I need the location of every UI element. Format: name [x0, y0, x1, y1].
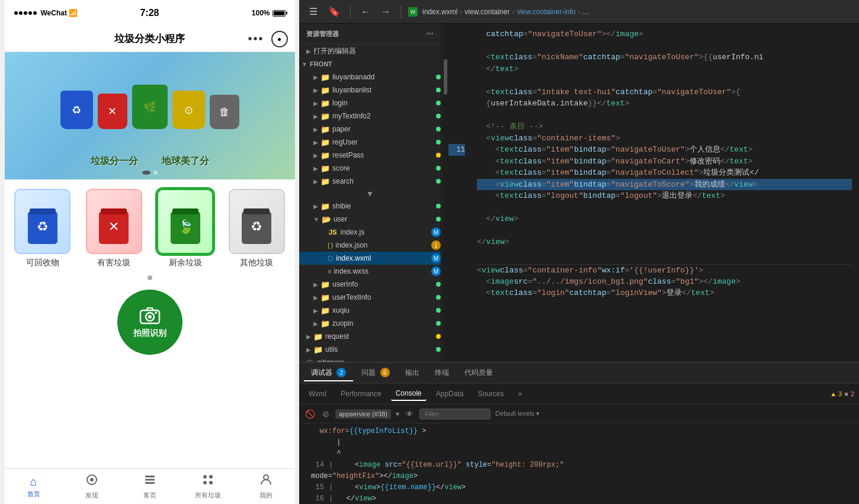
signal-dot-1 — [14, 11, 18, 15]
breadcrumb-container-info[interactable]: view.container-info — [517, 8, 575, 16]
folder-userinfo[interactable]: ▶ 📁 userInfo — [299, 278, 441, 291]
folder-score[interactable]: ▶ 📁 score — [299, 162, 441, 175]
nav-discover-label: 发现 — [85, 491, 98, 500]
sub-tab-sources[interactable]: Sources — [473, 387, 508, 400]
tab-output[interactable]: 输出 — [398, 365, 427, 381]
nav-page[interactable]: 客页 — [121, 473, 179, 500]
menu-icon[interactable]: ☰ — [306, 5, 320, 18]
forward-button[interactable]: → — [378, 5, 393, 18]
folder-shibie[interactable]: ▶ 📁 shibie — [299, 200, 441, 213]
console-pipe-7: | — [329, 494, 333, 504]
folder-user[interactable]: ▼ 📂 user — [299, 213, 441, 226]
battery-icon — [273, 10, 286, 17]
sub-tab-performance-label: Performance — [341, 390, 382, 398]
folder-usertextinfo[interactable]: ▶ 📁 userTextInfo — [299, 291, 441, 304]
file-index-wxss[interactable]: ≡ index.wxss M — [299, 265, 441, 278]
console-clear-button[interactable]: 🚫 — [304, 408, 316, 420]
nav-profile[interactable]: 我的 — [237, 473, 295, 500]
tree-scroll-down[interactable]: ▼ — [299, 188, 441, 200]
folder-search[interactable]: ▶ 📁 search — [299, 175, 441, 188]
file-index-js[interactable]: JS index.js M — [299, 226, 441, 239]
red-bin: ✕ — [98, 94, 127, 129]
phone-panel: WeChat 📶 7:28 100% 垃圾分类小程序 ••• ● — [0, 0, 299, 504]
svg-text:♻: ♻ — [251, 219, 262, 234]
phone-frame: WeChat 📶 7:28 100% 垃圾分类小程序 ••• ● — [5, 0, 295, 504]
console-pipe-6: | — [329, 483, 333, 493]
tab-problems[interactable]: 问题 6 — [354, 365, 396, 381]
category-kitchen[interactable]: 🍃 厨余垃圾 — [152, 189, 219, 268]
json-file-icon: { } — [328, 242, 333, 249]
index-wxml-badge: M — [431, 253, 441, 263]
more-options-button[interactable]: ••• — [248, 32, 264, 46]
eye-button[interactable]: 👁 — [404, 408, 415, 420]
svg-rect-10 — [243, 208, 270, 214]
tab-code-quality[interactable]: 代码质量 — [457, 365, 500, 381]
waste-categories: ♻ 可回收物 ✕ 有害垃圾 — [5, 179, 295, 273]
request-arrow: ▶ — [306, 333, 311, 340]
category-other[interactable]: ♻ 其他垃圾 — [223, 189, 290, 268]
folder-utils[interactable]: ▶ 📁 utils — [299, 343, 441, 356]
tab-output-label: 输出 — [405, 368, 419, 377]
file-gitignore[interactable]: ⬡ .gitignore — [299, 356, 441, 362]
appservice-selector[interactable]: appservice (#38) — [335, 409, 391, 419]
code-line-20 — [477, 248, 852, 260]
console-stop-button[interactable]: ⊘ — [321, 408, 331, 420]
back-button[interactable]: ← — [358, 5, 373, 18]
camera-button[interactable]: 拍照识别 — [117, 290, 182, 355]
folder-login[interactable]: ▶ 📁 login — [299, 97, 441, 110]
default-levels-selector[interactable]: Default levels ▾ — [495, 410, 540, 418]
tab-terminal[interactable]: 终端 — [428, 365, 456, 381]
svg-rect-1 — [30, 208, 56, 214]
folder-request[interactable]: ▶ 📁 request — [299, 330, 441, 343]
nav-home[interactable]: ⌂ 首页 — [5, 475, 63, 499]
code-span: catchtap — [477, 28, 523, 40]
user-arrow: ▼ — [313, 216, 319, 223]
console-text-2: | — [311, 438, 341, 448]
svg-point-23 — [203, 481, 207, 484]
code-line-9: <!-- 条目 --> — [477, 121, 852, 133]
folder-resetpass[interactable]: ▶ 📁 resetPass — [299, 149, 441, 162]
userinfo-status — [436, 282, 441, 287]
record-button[interactable]: ● — [271, 31, 288, 47]
sub-tab-wxml[interactable]: Wxml — [304, 387, 331, 400]
nav-all-waste[interactable]: 所有垃圾 — [179, 473, 237, 500]
category-hazardous[interactable]: ✕ 有害垃圾 — [81, 189, 148, 268]
folder-xuqiu[interactable]: ▶ 📁 xuqiu — [299, 304, 441, 317]
status-time: 7:28 — [140, 8, 159, 18]
folder-reguser[interactable]: ▶ 📁 regUser — [299, 136, 441, 149]
liuyanbanadd-arrow: ▶ — [313, 74, 318, 81]
folder-zuopin[interactable]: ▶ 📁 zuopin — [299, 317, 441, 330]
tree-scrollbar[interactable] — [441, 24, 448, 362]
sub-tab-appdata[interactable]: AppData — [431, 387, 469, 400]
front-section[interactable]: ▼ FRONT — [299, 57, 441, 70]
folder-paper[interactable]: ▶ 📁 paper — [299, 123, 441, 136]
folder-liuyanbanlist[interactable]: ▶ 📁 liuyanbanlist — [299, 84, 441, 97]
search-label: search — [332, 177, 354, 185]
file-index-wxml[interactable]: ⬡ index.wxml M — [299, 252, 441, 265]
category-recyclable[interactable]: ♻ 可回收物 — [9, 189, 76, 268]
file-tree-menu[interactable]: ··· — [426, 28, 434, 39]
file-index-json[interactable]: { } index.json 1 — [299, 239, 441, 252]
sub-tab-console[interactable]: Console — [391, 387, 427, 401]
breadcrumb-file[interactable]: index.wxml — [422, 8, 457, 16]
folder-mytextinfo2[interactable]: ▶ 📁 myTextInfo2 — [299, 110, 441, 123]
signal-dot-4 — [28, 11, 32, 15]
bookmark-icon[interactable]: 🔖 — [325, 5, 343, 18]
folder-icon-shibie: 📁 — [320, 202, 330, 211]
mytextinfo2-status — [436, 114, 441, 118]
line-num-8 — [448, 110, 465, 121]
nav-discover[interactable]: 发现 — [63, 473, 121, 500]
svg-point-25 — [264, 475, 268, 480]
line-num-3 — [448, 52, 465, 63]
yellow-bin-symbol: ⊙ — [184, 104, 193, 117]
sub-tab-more[interactable]: » — [513, 387, 527, 400]
breadcrumb-more[interactable]: ... — [583, 8, 589, 16]
tab-debugger[interactable]: 调试器 2 — [304, 365, 353, 381]
tree-scroll-thumb[interactable] — [444, 59, 447, 95]
console-filter-input[interactable] — [419, 409, 491, 419]
status-left: WeChat 📶 — [14, 9, 78, 17]
folder-liuyanbanadd[interactable]: ▶ 📁 liuyanbanadd — [299, 70, 441, 84]
breadcrumb-container[interactable]: view.container — [464, 8, 509, 16]
sub-tab-performance[interactable]: Performance — [336, 387, 386, 400]
open-editors-section[interactable]: ▶ 打开的编辑器 — [299, 44, 441, 57]
